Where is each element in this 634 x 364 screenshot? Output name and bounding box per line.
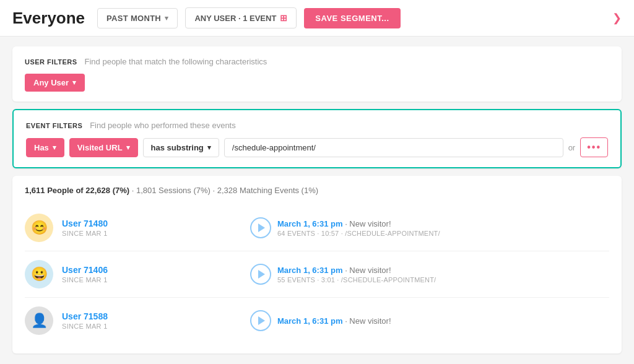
chevron-down-icon: ▾ bbox=[53, 144, 56, 152]
event-meta: 55 EVENTS · 3:01 · /SCHEDULE-APPOINTMENT… bbox=[277, 276, 436, 284]
play-icon bbox=[258, 270, 265, 279]
sessions-count: 1,801 Sessions (7%) bbox=[136, 186, 211, 195]
more-options-button[interactable]: ••• bbox=[580, 137, 608, 157]
user-info: User 71480 SINCE MAR 1 bbox=[62, 219, 241, 237]
separator2: · bbox=[213, 186, 217, 195]
has-substring-label: has substring bbox=[151, 143, 204, 152]
user-filter-label-row: USER FILTERS Find people that match the … bbox=[25, 56, 609, 66]
event-time: March 1, 6:31 pm bbox=[277, 219, 343, 228]
table-row: 👤 User 71588 SINCE MAR 1 March 1, 6:31 p… bbox=[25, 298, 609, 344]
user-name[interactable]: User 71406 bbox=[62, 265, 241, 275]
event-time-desc: March 1, 6:31 pm · New visitor! bbox=[277, 219, 440, 228]
filter-icon: ⊞ bbox=[280, 13, 287, 23]
table-row: 😊 User 71480 SINCE MAR 1 March 1, 6:31 p… bbox=[25, 205, 609, 251]
any-user-button[interactable]: Any User ▾ bbox=[25, 74, 85, 92]
url-input[interactable] bbox=[224, 138, 563, 157]
user-since: SINCE MAR 1 bbox=[62, 276, 241, 284]
save-segment-button[interactable]: SAVE SEGMENT... bbox=[304, 8, 400, 28]
expand-icon[interactable]: ❯ bbox=[612, 11, 622, 25]
people-count: 1,611 People of 22,628 (7%) bbox=[25, 186, 129, 195]
event-details: March 1, 6:31 pm · New visitor! bbox=[277, 316, 391, 326]
event-meta: 64 EVENTS · 10:57 · /SCHEDULE-APPOINTMEN… bbox=[277, 230, 440, 237]
event-filter-button[interactable]: ANY USER · 1 EVENT ⊞ bbox=[185, 7, 297, 28]
user-name[interactable]: User 71480 bbox=[62, 219, 241, 228]
avatar: 😊 bbox=[25, 214, 53, 242]
any-user-label: Any User bbox=[33, 78, 69, 87]
play-button[interactable] bbox=[250, 217, 271, 238]
event-desc: · New visitor! bbox=[345, 219, 391, 228]
header: Everyone PAST MONTH ▾ ANY USER · 1 EVENT… bbox=[0, 0, 634, 37]
visited-url-dropdown[interactable]: Visited URL ▾ bbox=[69, 138, 138, 157]
user-info: User 71588 SINCE MAR 1 bbox=[62, 311, 241, 330]
event-filter-label-row: EVENT FILTERS Find people who performed … bbox=[26, 120, 608, 130]
event-section: March 1, 6:31 pm · New visitor! bbox=[250, 310, 609, 331]
has-label: Has bbox=[34, 143, 49, 152]
dots-icon: ••• bbox=[587, 142, 601, 153]
or-label: or bbox=[568, 143, 576, 152]
main-content: USER FILTERS Find people that match the … bbox=[0, 37, 634, 363]
visited-url-label: Visited URL bbox=[77, 143, 123, 152]
event-filters-card: EVENT FILTERS Find people who performed … bbox=[12, 109, 622, 168]
user-filters-desc: Find people that match the following cha… bbox=[85, 57, 267, 66]
event-time: March 1, 6:31 pm bbox=[277, 316, 343, 326]
results-summary: 1,611 People of 22,628 (7%) · 1,801 Sess… bbox=[25, 186, 609, 195]
user-filters-card: USER FILTERS Find people that match the … bbox=[12, 46, 622, 102]
event-filter-label: ANY USER · 1 EVENT bbox=[194, 14, 276, 23]
play-icon bbox=[258, 223, 265, 232]
avatar: 👤 bbox=[25, 306, 53, 335]
chevron-down-icon: ▾ bbox=[126, 144, 130, 152]
has-substring-dropdown[interactable]: has substring ▾ bbox=[143, 138, 219, 157]
time-filter-label: PAST MONTH bbox=[106, 14, 161, 23]
page-title: Everyone bbox=[12, 9, 85, 28]
user-since: SINCE MAR 1 bbox=[62, 323, 241, 330]
event-filters-desc: Find people who performed these events bbox=[90, 121, 236, 130]
event-time-desc: March 1, 6:31 pm · New visitor! bbox=[277, 316, 391, 326]
matching-events-count: 2,328 Matching Events (1%) bbox=[217, 186, 318, 195]
user-name[interactable]: User 71588 bbox=[62, 311, 241, 321]
user-since: SINCE MAR 1 bbox=[62, 230, 241, 237]
event-section: March 1, 6:31 pm · New visitor! 55 EVENT… bbox=[250, 264, 609, 285]
has-dropdown[interactable]: Has ▾ bbox=[26, 138, 64, 157]
event-desc: · New visitor! bbox=[345, 266, 391, 275]
event-details: March 1, 6:31 pm · New visitor! 55 EVENT… bbox=[277, 266, 436, 284]
chevron-down-icon: ▾ bbox=[207, 144, 211, 152]
user-info: User 71406 SINCE MAR 1 bbox=[62, 265, 241, 284]
play-icon bbox=[258, 316, 265, 325]
time-filter-button[interactable]: PAST MONTH ▾ bbox=[97, 8, 178, 28]
event-filters-label: EVENT FILTERS bbox=[26, 122, 82, 129]
chevron-down-icon: ▾ bbox=[72, 79, 76, 87]
table-row: 😀 User 71406 SINCE MAR 1 March 1, 6:31 p… bbox=[25, 251, 609, 298]
avatar: 😀 bbox=[25, 260, 53, 288]
user-list: 😊 User 71480 SINCE MAR 1 March 1, 6:31 p… bbox=[25, 205, 609, 344]
results-card: 1,611 People of 22,628 (7%) · 1,801 Sess… bbox=[12, 176, 622, 353]
event-time: March 1, 6:31 pm bbox=[277, 266, 343, 275]
separator1: · bbox=[132, 186, 136, 195]
user-filters-label: USER FILTERS bbox=[25, 58, 77, 66]
event-details: March 1, 6:31 pm · New visitor! 64 EVENT… bbox=[277, 219, 440, 237]
play-button[interactable] bbox=[250, 264, 271, 285]
event-time-desc: March 1, 6:31 pm · New visitor! bbox=[277, 266, 436, 275]
play-button[interactable] bbox=[250, 310, 271, 331]
chevron-down-icon: ▾ bbox=[165, 14, 168, 22]
event-desc: · New visitor! bbox=[345, 316, 391, 326]
event-section: March 1, 6:31 pm · New visitor! 64 EVENT… bbox=[250, 217, 609, 238]
event-filter-controls: Has ▾ Visited URL ▾ has substring ▾ or •… bbox=[26, 137, 608, 157]
